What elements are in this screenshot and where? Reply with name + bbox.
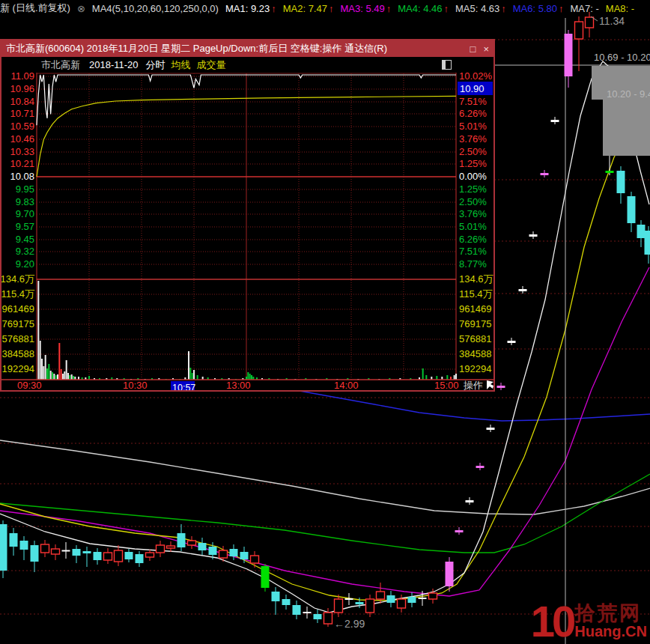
candle bbox=[230, 549, 238, 556]
up-arrow-icon: ↑ bbox=[329, 3, 334, 14]
candle bbox=[0, 524, 7, 571]
volume-bar bbox=[43, 366, 44, 380]
watermark: 10 拾荒网 Huang.CN bbox=[531, 601, 647, 643]
volume-tick-left: 384588 bbox=[2, 348, 34, 359]
percent-tick: 7.51% bbox=[459, 96, 487, 107]
candle bbox=[83, 551, 91, 553]
candle bbox=[136, 554, 144, 563]
volume-bar bbox=[48, 364, 49, 380]
time-tick: 10:30 bbox=[123, 380, 148, 390]
volume-bar bbox=[422, 368, 424, 380]
gap-zone bbox=[603, 100, 650, 156]
topbar-item: MA8: - bbox=[606, 3, 634, 14]
volume-tick-right: 192294 bbox=[459, 363, 491, 374]
volume-bar bbox=[73, 376, 74, 380]
candle bbox=[476, 466, 485, 468]
candle bbox=[408, 597, 416, 603]
candle bbox=[314, 614, 322, 619]
price-annotation: ←2.99 bbox=[334, 618, 365, 630]
volume-tick-right: 384588 bbox=[459, 348, 491, 359]
candle bbox=[565, 34, 573, 76]
topbar-item: 新 (日线.前复权) bbox=[0, 1, 70, 15]
candle-up bbox=[586, 17, 594, 28]
avg-line-toggle[interactable]: 均线 bbox=[171, 58, 191, 72]
volume-bar bbox=[71, 374, 73, 380]
price-tick: 9.45 bbox=[16, 234, 34, 245]
topbar-item: MA1: 9.23 bbox=[225, 3, 270, 14]
volume-bar bbox=[251, 375, 252, 380]
stock-name: 市北高新 bbox=[41, 58, 80, 72]
candle bbox=[356, 602, 364, 604]
volume-bar bbox=[249, 374, 251, 380]
candle bbox=[177, 533, 186, 547]
candle bbox=[198, 543, 207, 550]
candle-up bbox=[324, 613, 332, 624]
topbar-item: MA7: - bbox=[571, 3, 599, 14]
popup-subheader: 市北高新 2018-11-20 分时 均线 成交量 bbox=[1, 57, 493, 73]
watermark-10: 10 bbox=[531, 601, 574, 643]
candle bbox=[10, 533, 18, 547]
price-tick: 10.46 bbox=[10, 133, 34, 145]
candle-up bbox=[398, 599, 406, 608]
percent-tick: 5.01% bbox=[459, 221, 487, 232]
percent-tick: 7.51% bbox=[459, 246, 487, 257]
percent-tick: 0.00% bbox=[459, 171, 487, 182]
price-axis-left: 11.0910.9610.8410.7110.5910.4610.3310.21… bbox=[10, 73, 34, 270]
watermark-site: 拾荒网 bbox=[574, 604, 647, 623]
candle bbox=[73, 549, 81, 556]
candle bbox=[645, 231, 650, 255]
volume-tick-left: 115.4万 bbox=[1, 288, 34, 300]
price-axis-right: 10.02%7.51%6.26%5.01%3.76%2.50%1.25%0.00… bbox=[459, 73, 493, 270]
percent-tick: 3.76% bbox=[459, 133, 487, 145]
indicator-topbar: 新 (日线.前复权)⊗MA4(5,10,20,60,120,250,0,0)MA… bbox=[0, 0, 650, 16]
close-button[interactable]: × bbox=[483, 43, 489, 55]
volume-bar bbox=[50, 371, 52, 380]
candle-up bbox=[335, 599, 343, 613]
volume-tick-left: 134.6万 bbox=[1, 273, 34, 285]
volume-bar bbox=[55, 375, 57, 380]
volume-bar bbox=[197, 375, 198, 380]
candle bbox=[293, 605, 301, 615]
topbar-item: MA2: 7.47 bbox=[283, 3, 327, 14]
tdx-main-window: 10.69 - 10.2010.20 - 9.411.34←2.99 新 (日线… bbox=[0, 0, 650, 644]
price-tick: 9.20 bbox=[16, 258, 34, 270]
volume-bar bbox=[46, 368, 48, 380]
intraday-chart[interactable]: 11.0910.9610.8410.7110.5910.4610.3310.21… bbox=[1, 73, 493, 390]
candle bbox=[261, 566, 270, 588]
candle bbox=[272, 592, 280, 601]
volume-bar bbox=[62, 374, 64, 380]
candle bbox=[240, 552, 249, 559]
gap-label: 10.69 - 10.20 bbox=[594, 52, 650, 63]
percent-tick: 1.25% bbox=[459, 183, 487, 195]
candle bbox=[519, 289, 527, 291]
percent-tick: 6.26% bbox=[459, 108, 487, 119]
popup-titlebar[interactable]: 市北高新(600604) 2018年11月20日 星期二 PageUp/Down… bbox=[1, 40, 493, 57]
volume-bar bbox=[189, 368, 191, 380]
candle bbox=[628, 196, 636, 223]
volume-tick-right: 134.6万 bbox=[459, 273, 493, 285]
candle bbox=[487, 428, 495, 430]
volume-bar bbox=[37, 281, 39, 380]
volume-toggle[interactable]: 成交量 bbox=[197, 58, 226, 72]
candle bbox=[529, 234, 538, 237]
volume-bar bbox=[52, 372, 53, 380]
maximize-button[interactable]: □ bbox=[470, 43, 476, 55]
price-tick: 10.33 bbox=[10, 146, 34, 157]
volume-tick-right: 115.4万 bbox=[459, 288, 493, 300]
price-tick: 11.09 bbox=[10, 73, 34, 82]
volume-tick-right: 961469 bbox=[459, 303, 491, 315]
topbar-item: MA6: 5.80 bbox=[513, 3, 557, 14]
candle-up bbox=[115, 550, 123, 562]
candle bbox=[387, 595, 395, 603]
volume-bar bbox=[69, 375, 70, 380]
page-icon[interactable] bbox=[442, 60, 452, 70]
candle-up bbox=[41, 544, 49, 553]
price-tick: 10.84 bbox=[10, 96, 34, 107]
percent-tick: 5.01% bbox=[459, 121, 487, 132]
volume-bar bbox=[192, 373, 193, 380]
mode-label: 分时 bbox=[146, 58, 165, 72]
price-tick: 10.21 bbox=[10, 158, 34, 169]
intraday-popup-window[interactable]: 市北高新(600604) 2018年11月20日 星期二 PageUp/Down… bbox=[0, 39, 495, 392]
candle bbox=[455, 530, 464, 532]
action-button: 操作 bbox=[463, 380, 483, 390]
